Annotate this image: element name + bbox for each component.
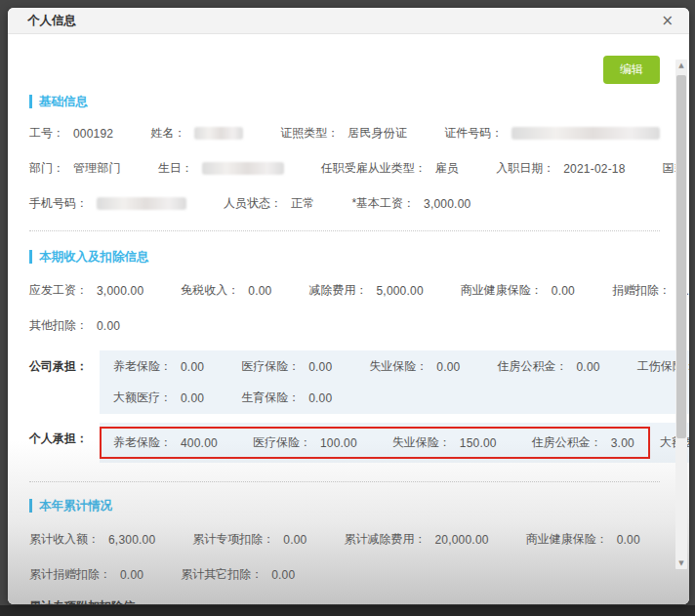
field-label: 证件号码： xyxy=(444,125,503,142)
field-label: 累计专项扣除： xyxy=(192,531,274,548)
redacted-name-value xyxy=(194,127,243,140)
field-value: 2021-02-18 xyxy=(563,162,625,176)
scroll-up-icon[interactable]: ▲ xyxy=(675,60,687,71)
field-value: 0.00 xyxy=(181,391,204,405)
scrollbar-thumb[interactable] xyxy=(676,75,686,438)
personal-medical-field: 医疗保险： 100.00 xyxy=(253,434,357,451)
field-value: 400.00 xyxy=(181,436,218,450)
field-value: 100.00 xyxy=(320,436,357,450)
field-value: 0.00 xyxy=(120,568,143,582)
personal-bear-label: 个人承担： xyxy=(29,423,100,447)
company-housing-fund-field: 住房公积金： 0.00 xyxy=(497,358,599,375)
edit-button[interactable]: 编辑 xyxy=(603,56,660,84)
field-label: 生日： xyxy=(158,160,193,177)
field-label: 部门： xyxy=(29,160,64,177)
field-value: 0.00 xyxy=(283,533,307,547)
company-maternity-field: 生育保险： 0.00 xyxy=(241,390,332,406)
field-label: 累计收入额： xyxy=(29,531,100,548)
field-value: 0.00 xyxy=(308,391,332,405)
redacted-birthday-value xyxy=(202,162,284,175)
field-label: 手机号码： xyxy=(29,195,88,212)
birthday-field: 生日： xyxy=(158,160,284,177)
field-label: 大额医疗： xyxy=(113,390,172,406)
close-icon[interactable]: × xyxy=(661,14,674,28)
certificate-type-field: 证照类型： 居民身份证 xyxy=(280,125,407,142)
field-value: 3,000.00 xyxy=(424,197,470,211)
company-medical-field: 医疗保险： 0.00 xyxy=(241,358,332,375)
field-label: 失业保险： xyxy=(392,434,451,451)
scroll-down-icon[interactable]: ▼ xyxy=(675,557,687,569)
field-label: 失业保险： xyxy=(369,358,428,375)
personal-bear-values: 养老保险： 400.00 医疗保险： 100.00 失业保险： 150.00 xyxy=(100,423,689,463)
additional-deduction-label: 累计专项附加扣除信息： xyxy=(29,598,145,604)
field-label: 住房公积金： xyxy=(497,358,567,375)
personal-info-modal: 个人信息 × 编辑 基础信息 工号： 000192 姓名： 证照类型： xyxy=(8,8,689,604)
redacted-certificate-number-value xyxy=(511,127,660,140)
dimmed-backdrop xyxy=(0,605,695,616)
section-heading-annual: 本年累计情况 xyxy=(29,499,660,513)
field-label: 住房公积金： xyxy=(532,434,602,451)
field-label: 免税收入： xyxy=(181,282,239,299)
annual-special-deduction-field: 累计专项扣除： 0.00 xyxy=(192,531,307,548)
section-heading-current-period: 本期收入及扣除信息 xyxy=(29,250,660,264)
employee-id-field: 工号： 000192 xyxy=(29,125,113,142)
basic-info-row-1: 工号： 000192 姓名： 证照类型： 居民身份证 证件号码： 性别： xyxy=(29,125,660,142)
field-value: 0.00 xyxy=(617,533,640,547)
field-value: 管理部门 xyxy=(73,160,121,177)
modal-header: 个人信息 × xyxy=(8,8,689,34)
edit-row: 编辑 xyxy=(29,56,660,84)
field-value: 0.00 xyxy=(552,284,575,298)
tax-free-income-field: 免税收入： 0.00 xyxy=(181,282,271,299)
company-unemployment-field: 失业保险： 0.00 xyxy=(369,358,460,375)
field-label: 姓名： xyxy=(150,125,185,142)
personal-pension-field: 养老保险： 400.00 xyxy=(113,434,218,451)
field-value: 20,000.00 xyxy=(434,533,488,547)
annual-deduction-fee-field: 累计减除费用： 20,000.00 xyxy=(344,531,488,548)
base-salary-field: *基本工资： 3,000.00 xyxy=(351,195,470,212)
basic-info-row-3: 手机号码： 人员状态： 正常 *基本工资： 3,000.00 xyxy=(29,195,660,212)
annual-additional-row: 累计专项附加扣除信息： 子女教育： 0.00 住房贷款利息： 0.00 赡养老人… xyxy=(29,598,660,604)
field-value: 0.00 xyxy=(248,284,271,298)
company-bear-row: 公司承担： 养老保险： 0.00 医疗保险： 0.00 失业保险： xyxy=(29,350,660,414)
field-value: 000192 xyxy=(73,127,113,141)
field-label: 捐赠扣除： xyxy=(612,282,671,299)
field-label: 入职日期： xyxy=(496,160,554,177)
field-value: 3,000.00 xyxy=(97,284,143,298)
field-label: 养老保险： xyxy=(113,358,172,375)
company-bear-line-2: 大额医疗： 0.00 生育保险： 0.00 xyxy=(113,390,689,406)
red-highlight-box: 养老保险： 400.00 医疗保险： 100.00 失业保险： 150.00 xyxy=(100,427,650,459)
section-divider xyxy=(29,230,660,231)
modal-title: 个人信息 xyxy=(27,13,76,29)
annual-commercial-health-field: 商业健康保险： 0.00 xyxy=(526,531,640,548)
certificate-number-field: 证件号码： xyxy=(444,125,660,142)
field-label: 证照类型： xyxy=(280,125,339,142)
annual-row-1: 累计收入额： 6,300.00 累计专项扣除： 0.00 累计减除费用： 20,… xyxy=(29,531,660,548)
company-bear-values: 养老保险： 0.00 医疗保险： 0.00 失业保险： 0.00 住房公积金 xyxy=(100,350,689,414)
field-value: 6,300.00 xyxy=(108,533,155,547)
annual-other-deduction-field: 累计其它扣除： 0.00 xyxy=(181,566,295,583)
field-label: 商业健康保险： xyxy=(461,282,543,299)
modal-content: 编辑 基础信息 工号： 000192 姓名： 证照类型： 居民身份证 证件 xyxy=(8,56,689,604)
period-row-1: 应发工资： 3,000.00 免税收入： 0.00 减除费用： 5,000.00… xyxy=(29,282,660,299)
commercial-health-field: 商业健康保险： 0.00 xyxy=(461,282,575,299)
company-major-medical-field: 大额医疗： 0.00 xyxy=(113,390,204,406)
section-heading-basic-info: 基础信息 xyxy=(29,95,660,108)
field-label: 累计减除费用： xyxy=(344,531,426,548)
vertical-scrollbar[interactable]: ▲ ▼ xyxy=(675,60,687,569)
field-value: 0.00 xyxy=(308,360,332,374)
field-label: 医疗保险： xyxy=(241,358,300,375)
personal-housing-fund-field: 住房公积金： 3.00 xyxy=(532,434,634,451)
field-value: 0.00 xyxy=(97,319,120,333)
annual-income-field: 累计收入额： 6,300.00 xyxy=(29,531,155,548)
field-value: 0.00 xyxy=(271,568,295,582)
company-pension-field: 养老保险： 0.00 xyxy=(113,358,204,375)
phone-field: 手机号码： xyxy=(29,195,186,212)
field-label: 养老保险： xyxy=(113,434,172,451)
field-value: 3.00 xyxy=(611,436,634,450)
company-bear-label: 公司承担： xyxy=(29,350,100,375)
field-value: 150.00 xyxy=(460,436,497,450)
period-row-2: 其他扣除： 0.00 xyxy=(29,317,660,334)
field-label: 累计捐赠扣除： xyxy=(29,566,111,583)
hire-date-field: 入职日期： 2021-02-18 xyxy=(496,160,625,177)
field-label: 工号： xyxy=(29,125,64,142)
